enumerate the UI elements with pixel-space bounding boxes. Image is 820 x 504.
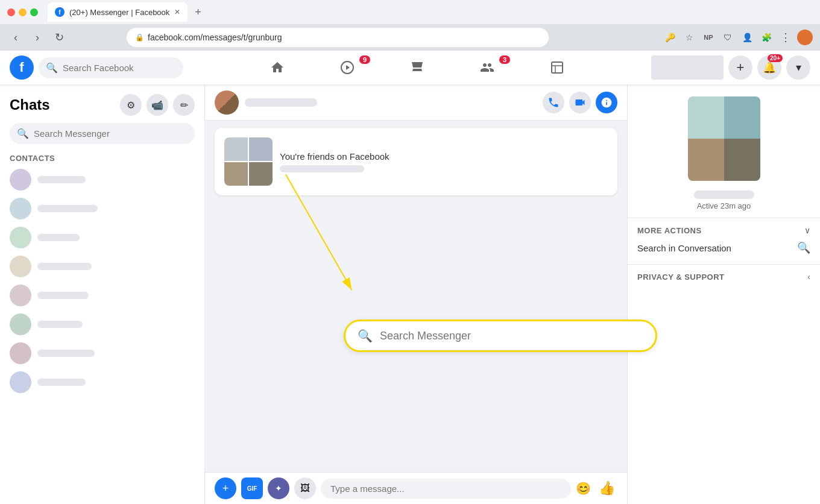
contacts-label: CONTACTS: [0, 149, 204, 165]
search-facebook-input[interactable]: [63, 63, 176, 73]
privacy-support-header[interactable]: PRIVACY & SUPPORT ‹: [637, 272, 810, 282]
search-in-conversation-row[interactable]: Search in Conversation 🔍: [637, 235, 810, 257]
user-avatar-bar[interactable]: [651, 55, 724, 80]
avatar: [10, 169, 31, 191]
browser-tools: 🔑 ☆ NP 🛡 👤 🧩 ⋮: [662, 30, 813, 45]
list-item[interactable]: [0, 339, 204, 368]
contact-name: [37, 350, 95, 357]
search-messenger-input[interactable]: [34, 128, 188, 139]
tab-title: (20+) Messenger | Facebook: [69, 8, 169, 17]
nav-marketplace[interactable]: [383, 53, 451, 82]
facebook-topnav: f 🔍 9 3 + 🔔 20+ ▾: [0, 51, 820, 84]
person-icon[interactable]: 👤: [739, 30, 755, 45]
nav-right: + 🔔 20+ ▾: [651, 55, 810, 80]
facebook-logo[interactable]: f: [10, 55, 34, 80]
nav-home[interactable]: [244, 53, 311, 82]
list-item[interactable]: [0, 281, 204, 310]
puzzle-icon[interactable]: 🧩: [758, 30, 774, 45]
list-item[interactable]: [0, 252, 204, 281]
privacy-support-section: PRIVACY & SUPPORT ‹: [628, 264, 820, 289]
avatar: [10, 313, 31, 335]
facebook-search-bar[interactable]: 🔍: [39, 57, 183, 78]
create-button[interactable]: +: [728, 55, 752, 80]
new-message-icon-button[interactable]: ✏: [173, 94, 195, 116]
shield-icon[interactable]: 🛡: [720, 30, 736, 45]
avatar: [10, 256, 31, 277]
friend-photos-grid: [224, 137, 273, 186]
nav-gaming[interactable]: [523, 53, 591, 82]
contact-name: [37, 292, 89, 299]
mosaic-cell-3: [688, 139, 724, 181]
list-item[interactable]: [0, 368, 204, 397]
avatar: [10, 285, 31, 306]
search-messenger-bar[interactable]: 🔍: [10, 123, 195, 144]
maximize-dot[interactable]: [30, 8, 38, 16]
nav-watch[interactable]: 9: [314, 53, 381, 82]
chat-area: You're friends on Facebook 🔍 + GIF ✦: [205, 84, 627, 504]
active-status-text: Active 23m ago: [697, 201, 751, 210]
browser-titlebar: f (20+) Messenger | Facebook ✕ +: [0, 0, 820, 24]
browser-chrome: f (20+) Messenger | Facebook ✕ + ‹ › ↻ 🔒…: [0, 0, 820, 51]
mosaic-cell-1: [688, 96, 724, 139]
contact-list: [0, 165, 204, 504]
avatar: [10, 198, 31, 219]
contact-name: [37, 379, 86, 386]
list-item[interactable]: [0, 165, 204, 194]
search-in-conversation-icon[interactable]: 🔍: [797, 241, 810, 254]
star-icon[interactable]: ☆: [681, 30, 697, 45]
settings-icon-button[interactable]: ⚙: [120, 94, 142, 116]
right-profile-name-bar: [694, 191, 754, 199]
sidebar-action-icons: ⚙ 📹 ✏: [120, 94, 195, 116]
list-item[interactable]: [0, 310, 204, 339]
more-actions-title: MORE ACTIONS: [637, 226, 702, 235]
contact-name: [37, 205, 98, 212]
search-messenger-icon: 🔍: [17, 128, 29, 139]
search-in-conversation-label: Search in Conversation: [637, 243, 731, 253]
contact-name: [37, 321, 83, 328]
bell-button[interactable]: 🔔 20+: [757, 55, 781, 80]
nav-friends[interactable]: 3: [453, 53, 521, 82]
main-layout: Chats ⚙ 📹 ✏ 🔍 CONTACTS: [0, 84, 820, 504]
image-button[interactable]: 🖼: [294, 477, 316, 499]
np-icon[interactable]: NP: [701, 30, 716, 45]
video-call-button[interactable]: [569, 92, 591, 113]
mosaic-cell-4: [724, 139, 760, 181]
contact-name: [37, 263, 92, 270]
browser-user-avatar[interactable]: [797, 30, 813, 45]
gif-button[interactable]: GIF: [241, 477, 263, 499]
tab-close-icon[interactable]: ✕: [174, 8, 180, 16]
address-bar-row: ‹ › ↻ 🔒 facebook.com/messages/t/grunburg…: [0, 24, 820, 51]
search-messenger-highlighted-input[interactable]: [380, 330, 643, 342]
video-chat-icon-button[interactable]: 📹: [147, 94, 168, 116]
phone-call-button[interactable]: [543, 92, 564, 113]
privacy-support-chevron-icon: ‹: [807, 272, 810, 282]
like-button[interactable]: 👍: [596, 477, 617, 499]
more-actions-header[interactable]: MORE ACTIONS ∨: [637, 225, 810, 235]
friend-status-text: You're friends on Facebook: [280, 151, 608, 162]
back-button[interactable]: ‹: [7, 29, 24, 46]
mosaic-cell-2: [724, 96, 760, 139]
minimize-dot[interactable]: [19, 8, 27, 16]
search-highlight-box: 🔍: [344, 320, 657, 352]
address-bar[interactable]: 🔒 facebook.com/messages/t/grunburg: [127, 28, 549, 47]
add-attachment-button[interactable]: +: [215, 477, 236, 499]
reload-button[interactable]: ↻: [51, 29, 68, 46]
emoji-button[interactable]: 😊: [576, 481, 591, 496]
message-input[interactable]: [321, 479, 571, 499]
more-actions-chevron-icon: ∨: [804, 225, 810, 235]
svg-rect-2: [552, 62, 563, 73]
list-item[interactable]: [0, 194, 204, 223]
key-icon[interactable]: 🔑: [662, 30, 678, 45]
nav-center: 9 3: [183, 53, 651, 82]
sticker-button[interactable]: ✦: [268, 477, 289, 499]
close-dot[interactable]: [7, 8, 15, 16]
messenger-button[interactable]: ▾: [786, 55, 810, 80]
active-tab[interactable]: f (20+) Messenger | Facebook ✕: [48, 2, 188, 22]
dots-menu-icon[interactable]: ⋮: [778, 30, 793, 45]
new-tab-button[interactable]: +: [195, 6, 201, 19]
info-button[interactable]: [596, 92, 617, 113]
friend-photo-3: [224, 162, 248, 186]
friends-badge: 3: [499, 55, 510, 64]
forward-button[interactable]: ›: [29, 29, 46, 46]
list-item[interactable]: [0, 223, 204, 252]
